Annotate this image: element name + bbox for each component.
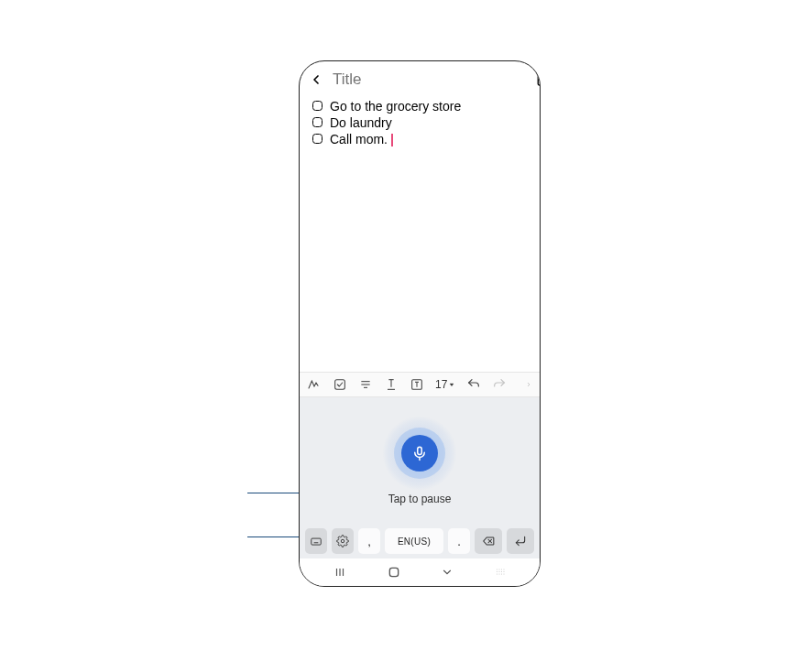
comma-key[interactable]: , [358,528,380,554]
checkbox-icon[interactable] [312,101,323,111]
gear-icon [336,535,349,547]
text-box-icon[interactable] [410,377,424,392]
keyboard-hide-icon[interactable] [493,567,508,578]
checkbox-icon[interactable] [312,134,323,144]
handwriting-icon[interactable] [307,377,322,392]
svg-point-36 [501,571,502,572]
settings-button[interactable] [332,528,354,554]
text-underline-icon[interactable] [384,377,399,392]
svg-point-34 [497,571,497,572]
undo-icon[interactable] [466,377,481,392]
nav-recents[interactable] [332,566,348,579]
note-header [300,61,540,94]
font-size-value: 17 [435,378,447,391]
todo-item: Do laundry [312,114,527,131]
svg-point-35 [499,571,500,572]
voice-input-panel: Tap to pause [300,397,540,524]
backspace-key[interactable] [475,528,502,554]
todo-text: Call mom. [330,132,388,146]
keyboard-row: , EN(US) . [300,524,540,558]
keyboard-switch-button[interactable] [305,528,327,554]
text-style-icon[interactable] [358,377,373,392]
phone-frame: Go to the grocery store Do laundry Call … [299,60,541,587]
svg-rect-0 [538,74,541,85]
backspace-icon [481,535,496,547]
svg-point-37 [504,571,505,572]
title-input[interactable] [333,70,527,89]
format-toolbar: 17 [300,372,540,397]
enter-icon [513,535,528,547]
text-cursor [391,134,393,146]
todo-item: Call mom. [312,131,527,147]
nav-home[interactable] [387,565,401,580]
svg-point-30 [497,569,497,570]
keyboard-icon [310,535,323,547]
svg-marker-15 [450,384,454,386]
todo-item: Go to the grocery store [312,98,527,114]
reader-mode-icon[interactable] [536,71,541,88]
svg-point-40 [501,574,502,575]
svg-point-38 [497,574,497,575]
checklist-icon[interactable] [333,377,347,392]
mic-button[interactable] [401,435,438,471]
language-key[interactable]: EN(US) [385,528,443,554]
chevron-right-icon[interactable] [525,378,532,391]
svg-point-23 [341,539,344,543]
period-key[interactable]: . [448,528,470,554]
todo-text: Do laundry [330,114,392,131]
back-button[interactable] [309,72,323,87]
system-navbar [300,558,540,586]
nav-back[interactable] [440,566,454,579]
enter-key[interactable] [507,528,534,554]
note-body[interactable]: Go to the grocery store Do laundry Call … [300,94,540,372]
svg-point-32 [501,569,502,570]
checkbox-icon[interactable] [312,117,323,127]
svg-point-41 [504,574,505,575]
svg-rect-5 [335,380,345,390]
svg-point-31 [499,569,500,570]
svg-point-33 [504,569,505,570]
mic-icon [411,445,428,461]
todo-text: Go to the grocery store [330,98,461,114]
svg-rect-29 [389,568,398,576]
svg-point-39 [499,574,500,575]
svg-rect-18 [312,538,322,545]
svg-rect-16 [418,447,422,454]
mic-container [382,416,457,491]
redo-icon [492,377,507,392]
voice-status-label: Tap to pause [388,493,452,505]
font-size-selector[interactable]: 17 [435,378,455,391]
